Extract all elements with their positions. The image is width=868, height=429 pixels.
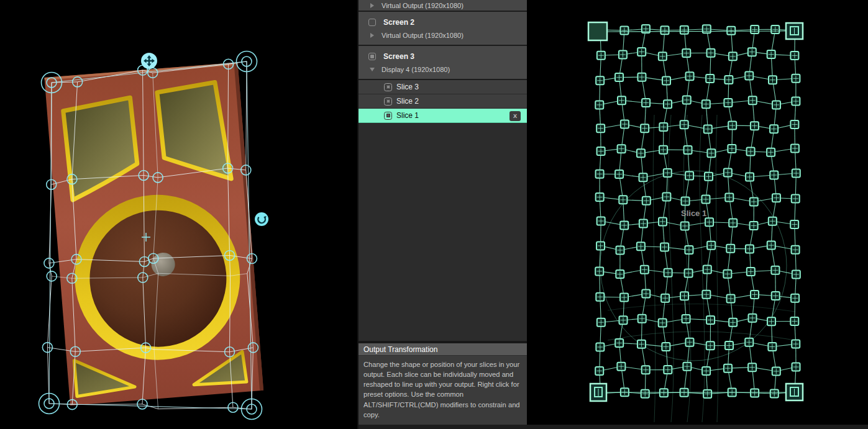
grid-point-handle[interactable] <box>749 96 757 104</box>
grid-point-handle[interactable] <box>659 52 667 60</box>
grid-point-handle[interactable] <box>727 294 735 302</box>
grid-point-handle[interactable] <box>686 72 694 80</box>
grid-point-handle[interactable] <box>723 270 731 278</box>
grid-point-handle[interactable] <box>768 343 776 351</box>
grid-point-handle[interactable] <box>619 50 627 58</box>
screen-2-checkbox[interactable] <box>368 19 376 26</box>
grid-point-handle[interactable] <box>638 315 646 323</box>
grid-point-handle[interactable] <box>615 73 623 81</box>
grid-point-handle[interactable] <box>772 367 780 375</box>
grid-point-handle[interactable] <box>729 219 737 227</box>
rotate-handle-icon[interactable] <box>255 212 268 226</box>
grid-point-handle[interactable] <box>659 217 667 225</box>
grid-point-handle[interactable] <box>792 363 800 371</box>
corner-handle-bottom-left[interactable] <box>590 384 606 401</box>
grid-point-handle[interactable] <box>619 316 628 324</box>
grid-point-handle[interactable] <box>641 124 649 132</box>
grid-point-handle[interactable] <box>791 294 799 302</box>
grid-point-handle[interactable] <box>702 291 710 299</box>
grid-point-handle[interactable] <box>772 194 780 202</box>
grid-point-handle[interactable] <box>685 338 693 346</box>
grid-point-handle[interactable] <box>596 293 604 301</box>
grid-point-handle[interactable] <box>726 245 734 253</box>
grid-point-handle[interactable] <box>769 76 777 84</box>
grid-point-handle[interactable] <box>680 120 688 129</box>
grid-point-handle[interactable] <box>701 196 710 204</box>
grid-point-handle[interactable] <box>745 338 753 346</box>
grid-point-handle[interactable] <box>596 242 605 250</box>
grid-point-handle[interactable] <box>682 315 690 323</box>
grid-point-handle[interactable] <box>684 146 692 154</box>
grid-point-handle[interactable] <box>705 173 713 181</box>
collapse-triangle-icon[interactable] <box>370 33 374 38</box>
grid-point-handle[interactable] <box>724 364 732 373</box>
grid-point-handle[interactable] <box>685 246 693 254</box>
grid-point-handle[interactable] <box>637 149 645 157</box>
grid-point-handle[interactable] <box>664 100 672 108</box>
grid-point-handle[interactable] <box>706 316 715 324</box>
grid-point-handle[interactable] <box>642 99 650 107</box>
screen-2-title-row[interactable]: Screen 2 <box>359 16 527 29</box>
slice-1-row-selected[interactable]: Slice 1 X <box>359 109 527 123</box>
grid-point-handle[interactable] <box>597 217 605 225</box>
grid-point-handle[interactable] <box>792 195 800 203</box>
grid-point-handle[interactable] <box>746 173 754 181</box>
grid-point-handle[interactable] <box>705 218 713 226</box>
slice-close-button[interactable]: X <box>509 111 521 121</box>
grid-point-handle[interactable] <box>790 120 798 129</box>
grid-point-handle[interactable] <box>639 173 647 181</box>
grid-point-handle[interactable] <box>659 318 667 327</box>
collapse-triangle-icon[interactable] <box>370 3 374 8</box>
grid-point-handle[interactable] <box>771 266 779 274</box>
grid-point-handle[interactable] <box>664 269 672 277</box>
grid-point-handle[interactable] <box>769 217 777 225</box>
slice-2-row[interactable]: Slice 2 <box>359 94 527 109</box>
grid-point-handle[interactable] <box>619 196 627 204</box>
grid-point-handle[interactable] <box>704 125 712 133</box>
screen-3-group[interactable]: Screen 3 Display 4 (1920x1080) <box>359 46 527 79</box>
grid-point-handle[interactable] <box>682 197 690 205</box>
grid-point-handle[interactable] <box>751 122 759 130</box>
grid-point-handle[interactable] <box>641 266 649 274</box>
grid-point-handle[interactable] <box>662 76 670 84</box>
grid-point-handle[interactable] <box>772 101 780 109</box>
grid-point-handle[interactable] <box>682 49 690 57</box>
grid-point-handle[interactable] <box>659 146 667 154</box>
grid-point-handle[interactable] <box>770 171 778 179</box>
grid-point-handle[interactable] <box>707 149 715 157</box>
grid-point-handle[interactable] <box>747 147 755 155</box>
slice-3-row[interactable]: Slice 3 <box>359 80 527 94</box>
screen-2-group[interactable]: Screen 2 Virtual Output (1920x1080) <box>359 12 527 45</box>
grid-point-handle[interactable] <box>596 343 604 351</box>
grid-point-handle[interactable] <box>597 318 605 327</box>
grid-point-handle[interactable] <box>751 25 759 34</box>
grid-point-handle[interactable] <box>637 340 646 348</box>
grid-point-handle[interactable] <box>680 292 688 300</box>
grid-point-handle[interactable] <box>748 363 756 371</box>
screen-3-title-row[interactable]: Screen 3 <box>359 50 527 63</box>
screen-2-output-row[interactable]: Virtual Output (1920x1080) <box>359 29 527 42</box>
grid-point-handle[interactable] <box>792 340 800 348</box>
grid-point-handle[interactable] <box>642 366 650 374</box>
grid-point-handle[interactable] <box>596 76 604 84</box>
grid-point-handle[interactable] <box>597 147 605 155</box>
grid-point-handle[interactable] <box>621 120 629 129</box>
grid-point-handle[interactable] <box>707 49 715 57</box>
grid-point-handle[interactable] <box>681 222 689 230</box>
grid-point-handle[interactable] <box>750 222 758 230</box>
grid-point-handle[interactable] <box>642 290 650 298</box>
grid-point-handle[interactable] <box>767 50 775 58</box>
grid-point-handle[interactable] <box>747 268 755 276</box>
display-4-row[interactable]: Display 4 (1920x1080) <box>359 63 527 76</box>
grid-point-handle[interactable] <box>792 169 800 178</box>
grid-point-handle[interactable] <box>659 123 667 131</box>
output-warp-grid[interactable]: Slice 1 <box>527 0 868 429</box>
grid-point-handle[interactable] <box>791 145 799 153</box>
grid-point-handle[interactable] <box>664 169 672 177</box>
grid-point-handle[interactable] <box>703 390 711 398</box>
grid-point-handle[interactable] <box>664 366 672 374</box>
grid-point-handle[interactable] <box>660 243 669 251</box>
grid-point-handle[interactable] <box>707 242 715 250</box>
grid-point-handle[interactable] <box>617 363 625 371</box>
grid-point-handle[interactable] <box>728 145 736 153</box>
